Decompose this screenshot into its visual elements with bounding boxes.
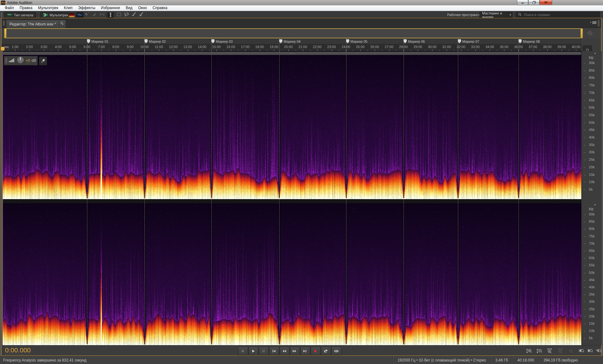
zoom-selection-button[interactable] bbox=[595, 347, 603, 354]
help-search-box[interactable] bbox=[516, 12, 600, 17]
pin-hud-button[interactable] bbox=[39, 57, 47, 65]
close-button[interactable] bbox=[540, 0, 552, 5]
freq-label: 10k bbox=[589, 329, 595, 333]
zoom-in-horizontal-button[interactable] bbox=[546, 347, 554, 354]
waveform-display-toggle[interactable] bbox=[76, 12, 84, 18]
freq-tick bbox=[584, 222, 585, 222]
marker-1[interactable]: Маркер 01 bbox=[87, 39, 108, 44]
marker-2[interactable]: Маркер 02 bbox=[144, 39, 166, 44]
spot-healing-brush-tool[interactable] bbox=[138, 12, 145, 18]
freq-label: 40k bbox=[589, 285, 595, 289]
menu-item-9[interactable]: Справка bbox=[150, 5, 170, 11]
lasso-selection-tool[interactable] bbox=[123, 12, 130, 18]
marker-line bbox=[404, 39, 404, 345]
zoom-out-vertical-button[interactable] bbox=[535, 347, 543, 354]
move-tool[interactable] bbox=[84, 12, 90, 18]
gain-value[interactable]: +0 bbox=[26, 58, 30, 63]
play-button[interactable] bbox=[248, 347, 258, 356]
scale-menu-icon-1[interactable]: ▼ bbox=[594, 52, 596, 55]
playhead-handle[interactable] bbox=[1, 47, 5, 51]
freq-label: 50k bbox=[589, 121, 595, 124]
spectrogram-right-channel[interactable] bbox=[3, 203, 581, 345]
chevron-down-icon: ▼ bbox=[508, 12, 512, 18]
menu-item-5[interactable]: Эффекты bbox=[75, 5, 98, 11]
freq-tick bbox=[584, 295, 585, 295]
razor-tool[interactable] bbox=[91, 12, 98, 18]
pause-button[interactable] bbox=[259, 347, 269, 356]
gain-knob-icon[interactable] bbox=[17, 56, 24, 65]
menu-item-6[interactable]: Избранное bbox=[98, 5, 123, 11]
zoom-in-vertical-button[interactable] bbox=[525, 347, 533, 354]
freq-tick bbox=[584, 93, 585, 93]
marker-7[interactable]: Маркер 07 bbox=[458, 39, 479, 44]
freq-label: 70k bbox=[589, 242, 595, 245]
freq-label: 30k bbox=[589, 300, 595, 303]
maximize-button[interactable] bbox=[528, 0, 540, 5]
loop-playback-button[interactable] bbox=[321, 347, 331, 356]
freq-label: 55k bbox=[589, 263, 595, 267]
ruler-label: 14:00 bbox=[198, 45, 207, 49]
freq-label: 45k bbox=[589, 128, 595, 132]
freq-unit-label-2: Hz bbox=[589, 207, 594, 211]
menu-item-3[interactable]: Мультитрек bbox=[35, 5, 61, 11]
marker-label: Маркер 01 bbox=[91, 39, 108, 44]
spectral-display-toggle[interactable] bbox=[68, 12, 75, 18]
time-ruler[interactable]: чмс 1:002:003:004:005:006:007:008:009:00… bbox=[2, 44, 581, 51]
overview-left-handle[interactable] bbox=[4, 28, 7, 38]
time-display[interactable]: 0:00.000 bbox=[5, 346, 31, 354]
menu-item-2[interactable]: Правка bbox=[17, 5, 35, 11]
zoom-in-point-button[interactable] bbox=[577, 347, 585, 354]
ruler-label: 29:00 bbox=[414, 45, 422, 49]
time-selection-tool[interactable] bbox=[107, 12, 114, 19]
freq-label: 65k bbox=[589, 98, 595, 102]
paintbrush-selection-tool[interactable] bbox=[131, 12, 137, 18]
ruler-ticks bbox=[2, 48, 581, 51]
overview-view-box[interactable] bbox=[4, 28, 583, 38]
record-button[interactable] bbox=[311, 347, 321, 356]
skip-back-button[interactable] bbox=[269, 347, 279, 356]
freq-tick bbox=[584, 236, 585, 237]
menu-item-8[interactable]: Окно bbox=[135, 5, 150, 11]
file-size: 3,46 Гб bbox=[491, 356, 512, 364]
marquee-selection-tool[interactable] bbox=[116, 12, 122, 18]
marker-8[interactable]: Маркер 08 bbox=[519, 39, 540, 44]
menu-item-7[interactable]: Вид bbox=[123, 5, 135, 11]
freq-label: 90k bbox=[589, 61, 595, 65]
freq-label: 40k bbox=[589, 135, 595, 139]
skip-selection-button[interactable] bbox=[331, 347, 341, 356]
gain-unit-label: dB bbox=[31, 58, 36, 63]
freq-tick bbox=[584, 265, 585, 266]
zoom-out-point-button[interactable] bbox=[586, 347, 594, 354]
slide-tool[interactable] bbox=[99, 12, 105, 18]
marker-4[interactable]: Маркер 04 bbox=[279, 39, 301, 44]
marker-3[interactable]: Маркер 03 bbox=[211, 39, 233, 44]
marker-5[interactable]: Маркер 05 bbox=[346, 39, 367, 44]
tab-close-icon[interactable]: ✕ bbox=[60, 21, 63, 25]
tab-editor[interactable]: Редактор: The Album.wav * ▼ bbox=[6, 20, 66, 28]
freq-tick bbox=[584, 71, 585, 71]
ruler-label: 3:00 bbox=[41, 45, 47, 49]
skip-forward-button[interactable] bbox=[300, 347, 310, 356]
panel-menu-icon[interactable] bbox=[589, 21, 598, 24]
spectral-gain-hud[interactable]: +0 dB bbox=[4, 56, 38, 65]
overview-right-handle[interactable] bbox=[580, 28, 583, 38]
horizontal-scrollbar[interactable] bbox=[3, 52, 581, 55]
marker-6[interactable]: Маркер 06 bbox=[404, 39, 425, 44]
spectrogram-left-channel[interactable] bbox=[3, 51, 581, 199]
workspace-label: Рабочее пространство: bbox=[447, 13, 485, 17]
waveform-view-button[interactable]: Тип сигнала bbox=[4, 12, 36, 18]
marquee-icon bbox=[117, 12, 122, 18]
freq-tick bbox=[584, 78, 585, 78]
menu-item-1[interactable]: Файл bbox=[2, 5, 17, 11]
workspace-dropdown[interactable]: Мастеринг и анализ ▼ bbox=[479, 12, 513, 18]
multitrack-view-button[interactable]: Мультитрек bbox=[40, 12, 71, 18]
stop-button[interactable] bbox=[238, 347, 248, 356]
menu-item-4[interactable]: Клип bbox=[61, 5, 75, 11]
minimize-button[interactable] bbox=[517, 0, 528, 5]
fast-forward-button[interactable] bbox=[290, 347, 300, 356]
rewind-button[interactable] bbox=[280, 347, 290, 356]
ruler-label: 34:00 bbox=[486, 45, 494, 49]
zoom-reset-button bbox=[567, 347, 575, 354]
search-input[interactable] bbox=[523, 13, 594, 17]
scale-menu-icon-2[interactable]: ▼ bbox=[594, 204, 596, 206]
